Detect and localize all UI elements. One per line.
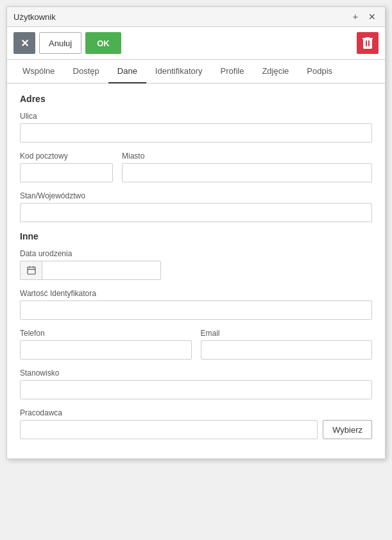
inne-section-title: Inne <box>20 231 372 241</box>
stan-field-group: Stan/Województwo <box>20 191 372 222</box>
title-bar-left: Użytkownik <box>13 12 56 22</box>
window-title: Użytkownik <box>13 12 56 22</box>
svg-rect-0 <box>28 267 35 274</box>
close-x-button[interactable]: ✕ <box>13 32 35 54</box>
pracodawca-row: Wybierz <box>20 420 372 439</box>
calendar-button[interactable] <box>20 261 42 280</box>
pracodawca-field-group: Pracodawca Wybierz <box>20 408 372 439</box>
tabs-bar: Wspólne Dostęp Dane Identifikatory Profi… <box>7 60 385 83</box>
tab-dane[interactable]: Dane <box>108 60 146 83</box>
stan-input[interactable] <box>20 203 372 222</box>
delete-button[interactable] <box>357 32 379 54</box>
tab-identyfikatory[interactable]: Identifikatory <box>146 60 212 83</box>
stanowisko-field-group: Stanowisko <box>20 369 372 399</box>
email-field-group: Email <box>201 329 373 360</box>
tab-wspolne[interactable]: Wspólne <box>13 60 64 83</box>
window-close-button[interactable]: ✕ <box>366 11 379 22</box>
telefon-label: Telefon <box>20 329 192 338</box>
main-content: Adres Ulica Kod pocztowy Miasto Stan/Woj… <box>7 83 385 458</box>
adres-section-title: Adres <box>20 94 372 104</box>
tab-dostep[interactable]: Dostęp <box>64 60 108 83</box>
calendar-icon <box>27 266 36 275</box>
choose-pracodawca-button[interactable]: Wybierz <box>323 420 372 439</box>
miasto-field-group: Miasto <box>122 152 372 182</box>
stanowisko-input[interactable] <box>20 380 372 399</box>
data-urodzenia-input[interactable] <box>42 261 161 280</box>
data-urodzenia-label: Data urodzenia <box>20 249 372 258</box>
ok-button[interactable]: OK <box>85 32 121 54</box>
ulica-label: Ulica <box>20 112 372 121</box>
data-urodzenia-field-group: Data urodzenia <box>20 249 372 280</box>
wartosc-identyfikatora-label: Wartość Identyfikatora <box>20 289 372 298</box>
wartosc-identyfikatora-input[interactable] <box>20 300 372 320</box>
add-button[interactable]: + <box>350 11 361 22</box>
stanowisko-label: Stanowisko <box>20 369 372 378</box>
pracodawca-label: Pracodawca <box>20 408 372 417</box>
main-window: Użytkownik + ✕ ✕ Anuluj OK Wspólne Dostę… <box>6 6 386 459</box>
miasto-input[interactable] <box>122 163 372 182</box>
title-bar: Użytkownik + ✕ <box>7 7 385 27</box>
pracodawca-input[interactable] <box>20 420 318 439</box>
tab-zdjecie[interactable]: Zdjęcie <box>253 60 298 83</box>
ulica-input[interactable] <box>20 123 372 143</box>
kod-pocztowy-label: Kod pocztowy <box>20 152 113 161</box>
stan-label: Stan/Województwo <box>20 191 372 200</box>
wartosc-identyfikatora-field-group: Wartość Identyfikatora <box>20 289 372 320</box>
kod-pocztowy-input[interactable] <box>20 163 113 182</box>
title-bar-actions: + ✕ <box>350 11 379 22</box>
telefon-email-row: Telefon Email <box>20 329 372 369</box>
trash-icon <box>362 37 373 49</box>
ulica-field-group: Ulica <box>20 112 372 143</box>
telefon-field-group: Telefon <box>20 329 192 360</box>
email-input[interactable] <box>201 340 373 360</box>
toolbar: ✕ Anuluj OK <box>7 27 385 60</box>
email-label: Email <box>201 329 373 338</box>
kod-miasto-row: Kod pocztowy Miasto <box>20 152 372 191</box>
telefon-input[interactable] <box>20 340 192 360</box>
date-field-wrapper <box>20 261 155 280</box>
tab-podpis[interactable]: Podpis <box>298 60 341 83</box>
tab-profile[interactable]: Profile <box>212 60 253 83</box>
miasto-label: Miasto <box>122 152 372 161</box>
cancel-button[interactable]: Anuluj <box>39 32 81 54</box>
kod-pocztowy-field-group: Kod pocztowy <box>20 152 113 182</box>
